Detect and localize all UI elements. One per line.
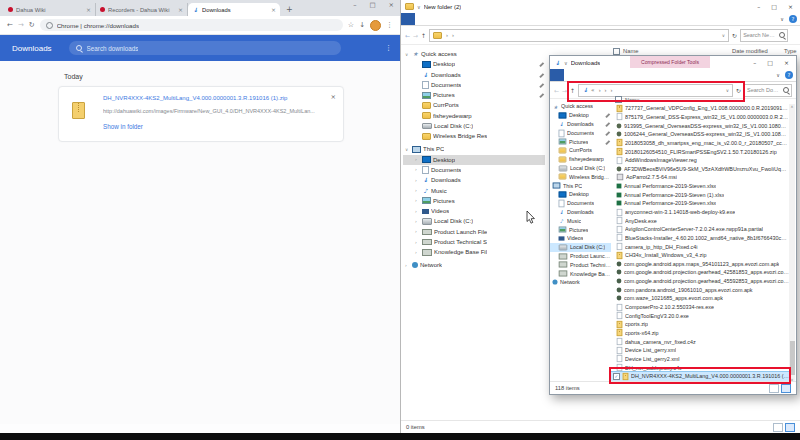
- file-row[interactable]: AF3DWBeosBViV96e5U9-SkM_V5zAXdfrWBUmzruX…: [611, 164, 789, 173]
- details-view-toggle[interactable]: [773, 423, 783, 432]
- file-row[interactable]: AvigilonControlCenterServer-7.2.0.24.exe…: [611, 225, 789, 234]
- address-dropdown-icon[interactable]: ∨: [726, 88, 729, 93]
- page-info-icon[interactable]: [46, 22, 53, 29]
- sidebar-item[interactable]: Wireless Bridge Res: [550, 172, 611, 181]
- address-dropdown-icon[interactable]: ∨: [722, 33, 725, 38]
- file-row[interactable]: Device List_gerry2.xml: [611, 355, 789, 364]
- file-row[interactable]: anyconnect-win-3.1.14018-web-deploy-k9.e…: [611, 208, 789, 217]
- expand-arrow-icon[interactable]: ›: [415, 240, 420, 245]
- new-tab-button[interactable]: +: [286, 5, 293, 14]
- sidebar-item[interactable]: CurrPorts: [403, 100, 545, 110]
- sidebar-item[interactable]: › Knowledge Base Fil: [403, 247, 545, 257]
- browser-tab[interactable]: Downloads ×: [188, 3, 280, 16]
- file-row[interactable]: 2018053058_dh_smartpss_eng_mac_is_v2.00.…: [611, 139, 789, 148]
- file-row[interactable]: Device List_gerry.xml: [611, 346, 789, 355]
- vertical-scrollbar[interactable]: ∧ ∨: [789, 104, 795, 382]
- sidebar-item[interactable]: › Product Technical S: [403, 237, 545, 247]
- file-row[interactable]: cports.zip: [611, 320, 789, 329]
- sidebar-item[interactable]: Pictures: [550, 137, 611, 146]
- help-icon[interactable]: ?: [789, 15, 797, 23]
- search-box[interactable]: Search New...: [740, 29, 788, 42]
- breadcrumb-overflow-icon[interactable]: «: [591, 87, 595, 93]
- thumbnail-view-toggle[interactable]: [785, 423, 795, 432]
- contextual-tab-label[interactable]: Compressed Folder Tools: [630, 56, 710, 68]
- forward-button[interactable]: →: [18, 21, 24, 29]
- title-bar[interactable]: ∨ New folder (2) – □ ×: [401, 0, 800, 13]
- nav-forward-button[interactable]: →: [562, 87, 567, 94]
- file-row[interactable]: dahua_camera_nvr_fixed.c4z: [611, 337, 789, 346]
- file-row[interactable]: 875179_General_DSS-Express_win32_IS_V1.0…: [611, 113, 789, 122]
- close-button[interactable]: ×: [389, 1, 394, 9]
- profile-avatar[interactable]: [370, 20, 381, 31]
- file-row[interactable]: com.google.android.apps.maps_954101123_a…: [611, 260, 789, 269]
- address-box[interactable]: ∨: [429, 29, 729, 42]
- file-row[interactable]: Annual Performance-2019-Steven (1).xlsx: [611, 190, 789, 199]
- expand-arrow-icon[interactable]: ›: [415, 157, 420, 162]
- file-row[interactable]: CH34x_Install_Windows_v3_4.zip: [611, 251, 789, 260]
- ribbon-tab[interactable]: [622, 69, 636, 81]
- scrollbar-thumb[interactable]: [790, 341, 795, 375]
- tab-close-icon[interactable]: ×: [178, 6, 183, 13]
- column-date-modified[interactable]: Date modified: [732, 48, 768, 54]
- file-row[interactable]: 1006244_General_OverseasDSS-express_win3…: [611, 130, 789, 139]
- sidebar-item[interactable]: Downloads: [403, 70, 545, 80]
- sidebar-item[interactable]: › Local Disk (C:): [403, 216, 545, 226]
- sidebar-item[interactable]: Desktop: [550, 111, 611, 120]
- file-row[interactable]: com.waze_1021685_apps.evozi.com.apk: [611, 294, 789, 303]
- reload-button[interactable]: ↻: [29, 21, 35, 29]
- breadcrumb-segment[interactable]: [450, 32, 456, 38]
- address-bar[interactable]: Chrome | chrome://downloads: [40, 19, 343, 31]
- scroll-up-icon[interactable]: ∧: [789, 104, 795, 109]
- ribbon-tab[interactable]: [415, 13, 429, 25]
- file-row[interactable]: DH_nvr_cableproxy.c4z: [611, 363, 789, 372]
- sidebar-item[interactable]: Product Launch Fil: [550, 252, 611, 261]
- file-row[interactable]: 913995_General_OverseasDSS-express_win32…: [611, 121, 789, 130]
- nav-up-button[interactable]: ↑: [570, 87, 575, 94]
- sidebar-item[interactable]: CurrPorts: [550, 146, 611, 155]
- column-name[interactable]: Name: [625, 97, 640, 103]
- file-row[interactable]: com.google.android.projection.gearhead_4…: [611, 277, 789, 286]
- file-row[interactable]: AoParrot2.7.5-64.msi: [611, 173, 789, 182]
- expand-arrow-icon[interactable]: ›: [415, 209, 420, 214]
- file-row[interactable]: AddWindowsImageViewer.reg: [611, 156, 789, 165]
- sidebar-item[interactable]: › Downloads: [403, 175, 545, 185]
- select-all-checkbox[interactable]: [613, 48, 620, 55]
- file-checkbox[interactable]: [613, 373, 620, 380]
- column-type[interactable]: Type: [784, 48, 797, 54]
- quick-access-toolbar-icon[interactable]: ∨: [417, 4, 421, 10]
- ribbon-tab[interactable]: [564, 69, 578, 81]
- sidebar-item[interactable]: › Documents: [403, 165, 545, 175]
- downloads-menu-icon[interactable]: ⋮: [385, 44, 392, 52]
- ribbon-tab[interactable]: [443, 13, 457, 25]
- file-row[interactable]: ComposerPro-2.10.2.550334-res.exe: [611, 303, 789, 312]
- sidebar-item[interactable]: Pictures: [403, 90, 545, 100]
- sidebar-item[interactable]: Music: [550, 216, 611, 225]
- expand-arrow-icon[interactable]: ›: [405, 263, 410, 268]
- sidebar-item[interactable]: › Videos: [403, 206, 545, 216]
- expand-arrow-icon[interactable]: ›: [415, 167, 420, 172]
- minimize-button[interactable]: –: [753, 59, 756, 66]
- sidebar-item[interactable]: Wireless Bridge Res: [403, 131, 545, 141]
- sidebar-item[interactable]: Local Disk (C:): [403, 121, 545, 131]
- minimize-button[interactable]: –: [353, 1, 356, 9]
- expand-arrow-icon[interactable]: ›: [415, 188, 420, 193]
- file-row[interactable]: camera_ip_http_DH_Fixed.c4i: [611, 242, 789, 251]
- sidebar-item[interactable]: Product Technical S: [550, 260, 611, 269]
- sidebar-item[interactable]: Videos: [550, 234, 611, 243]
- file-row[interactable]: 727737_General_VDPConfig_Eng_V1.008.0000…: [611, 104, 789, 113]
- minimize-button[interactable]: –: [757, 3, 760, 10]
- nav-forward-button[interactable]: →: [413, 32, 418, 39]
- ribbon-tab[interactable]: [429, 13, 443, 25]
- search-box[interactable]: Search Dow...: [744, 84, 792, 97]
- maximize-button[interactable]: □: [767, 59, 773, 66]
- sidebar-item[interactable]: Knowledge Base Fi..: [550, 269, 611, 278]
- details-view-toggle[interactable]: [769, 384, 779, 393]
- tab-close-icon[interactable]: ×: [271, 6, 276, 13]
- address-box[interactable]: « ∨: [578, 84, 733, 97]
- file-row[interactable]: BlueStacks-Installer_4.60.20.1002_amd64_…: [611, 234, 789, 243]
- file-row[interactable]: ConfigToolEngV3.20.0.exe: [611, 311, 789, 320]
- ribbon-tab[interactable]: [592, 69, 606, 81]
- browser-tab[interactable]: Dahua Wiki ×: [4, 3, 96, 16]
- remove-download-icon[interactable]: ×: [331, 93, 336, 101]
- ribbon-tab[interactable]: [550, 69, 564, 81]
